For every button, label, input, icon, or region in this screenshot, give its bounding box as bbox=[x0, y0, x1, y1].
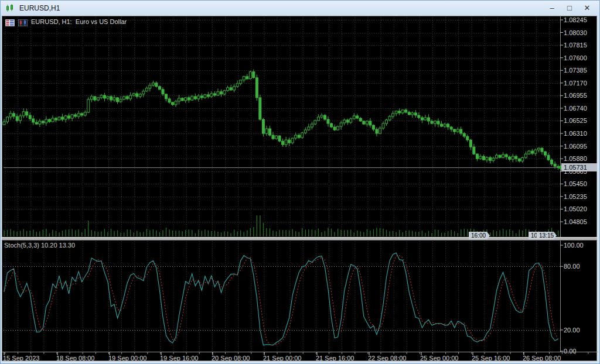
candle bbox=[317, 117, 319, 121]
candle bbox=[382, 123, 384, 128]
candle bbox=[117, 98, 119, 102]
svg-text:1.08245: 1.08245 bbox=[564, 16, 587, 23]
candle bbox=[327, 119, 329, 123]
candle bbox=[544, 152, 547, 155]
candle bbox=[372, 125, 374, 129]
candle bbox=[431, 121, 433, 123]
candle bbox=[162, 90, 164, 94]
market-watch-icon[interactable] bbox=[5, 18, 15, 25]
candle bbox=[441, 124, 443, 126]
candle bbox=[518, 159, 520, 161]
candle bbox=[68, 116, 70, 118]
candle bbox=[343, 120, 346, 123]
svg-text:1.06525: 1.06525 bbox=[564, 117, 587, 124]
candle bbox=[42, 121, 44, 123]
candle bbox=[259, 98, 261, 119]
candle bbox=[291, 138, 294, 143]
candle bbox=[58, 117, 60, 120]
candle bbox=[288, 140, 291, 143]
indicator-name: Stoch(5,3,3) bbox=[4, 242, 39, 249]
candle bbox=[386, 120, 388, 123]
svg-text:1.06740: 1.06740 bbox=[564, 105, 587, 112]
candle bbox=[388, 116, 391, 120]
candle bbox=[424, 118, 427, 120]
svg-text:80.00: 80.00 bbox=[564, 263, 580, 270]
candle bbox=[3, 122, 5, 125]
candle bbox=[64, 116, 67, 119]
svg-text:1.08030: 1.08030 bbox=[564, 29, 587, 36]
candle bbox=[421, 118, 423, 120]
candle bbox=[223, 91, 226, 94]
candle bbox=[262, 119, 264, 133]
svg-text:25 Sep 00:00: 25 Sep 00:00 bbox=[420, 355, 458, 362]
candle bbox=[395, 111, 397, 114]
svg-text:15 Sep 2023: 15 Sep 2023 bbox=[3, 355, 39, 362]
candle bbox=[512, 156, 514, 159]
candle bbox=[145, 88, 148, 91]
svg-text:18 Sep 08:00: 18 Sep 08:00 bbox=[56, 355, 94, 362]
candle bbox=[48, 119, 50, 122]
current-price-label: 1.05731 bbox=[561, 163, 597, 171]
candle bbox=[392, 114, 394, 116]
chart-header: EURUSD, H1: Euro vs US Dollar bbox=[5, 18, 127, 25]
candle bbox=[188, 98, 190, 100]
candle bbox=[265, 129, 268, 133]
candle bbox=[107, 97, 109, 98]
candle bbox=[479, 156, 482, 159]
candle bbox=[434, 121, 436, 123]
candlestick-chart-icon[interactable] bbox=[18, 18, 28, 25]
candle bbox=[521, 157, 524, 161]
candle bbox=[113, 98, 115, 100]
candle bbox=[321, 115, 323, 117]
candle bbox=[200, 96, 203, 98]
candle bbox=[149, 85, 151, 88]
candle bbox=[505, 154, 507, 157]
candle bbox=[476, 154, 478, 159]
current-price-value: 1.05731 bbox=[564, 164, 587, 171]
candle bbox=[6, 117, 9, 122]
candle bbox=[243, 77, 245, 80]
candle bbox=[123, 97, 125, 99]
candle bbox=[359, 118, 362, 121]
candle bbox=[444, 124, 446, 126]
candle bbox=[168, 99, 171, 102]
candle bbox=[246, 77, 248, 79]
svg-text:1.05020: 1.05020 bbox=[564, 205, 587, 212]
candle bbox=[437, 121, 439, 124]
pane-separator[interactable] bbox=[2, 237, 597, 241]
candle bbox=[165, 94, 168, 99]
svg-text:1.06310: 1.06310 bbox=[564, 130, 587, 137]
chart-title: EURUSD, H1: Euro vs US Dollar bbox=[31, 18, 127, 25]
candle bbox=[456, 129, 459, 132]
candle bbox=[356, 116, 359, 118]
svg-text:1.07170: 1.07170 bbox=[564, 80, 587, 87]
candle bbox=[126, 97, 128, 99]
candle bbox=[304, 130, 306, 133]
candle bbox=[346, 120, 349, 122]
candle bbox=[369, 121, 371, 125]
svg-text:21 Sep 16:00: 21 Sep 16:00 bbox=[316, 355, 354, 362]
candle bbox=[350, 119, 352, 122]
time-tag: 13:15 bbox=[537, 232, 557, 239]
candle bbox=[62, 117, 64, 119]
candle bbox=[333, 127, 336, 130]
candle bbox=[330, 123, 333, 127]
candle bbox=[414, 113, 417, 115]
candle bbox=[298, 135, 300, 138]
candle bbox=[210, 94, 213, 97]
candle bbox=[74, 115, 77, 116]
candle bbox=[185, 98, 187, 101]
candle bbox=[337, 126, 339, 130]
candle bbox=[158, 87, 161, 90]
chart-canvas[interactable]: 1.082451.080301.078151.076001.073851.071… bbox=[1, 1, 600, 364]
candle bbox=[411, 113, 414, 115]
candle bbox=[249, 72, 251, 79]
candle bbox=[524, 154, 527, 157]
svg-text:26 Sep 08:00: 26 Sep 08:00 bbox=[523, 355, 561, 362]
svg-text:1.06095: 1.06095 bbox=[564, 143, 587, 150]
candle bbox=[427, 118, 429, 121]
candle bbox=[9, 114, 12, 117]
candle bbox=[509, 157, 511, 159]
svg-text:20.00: 20.00 bbox=[564, 327, 580, 334]
candle bbox=[84, 112, 86, 115]
